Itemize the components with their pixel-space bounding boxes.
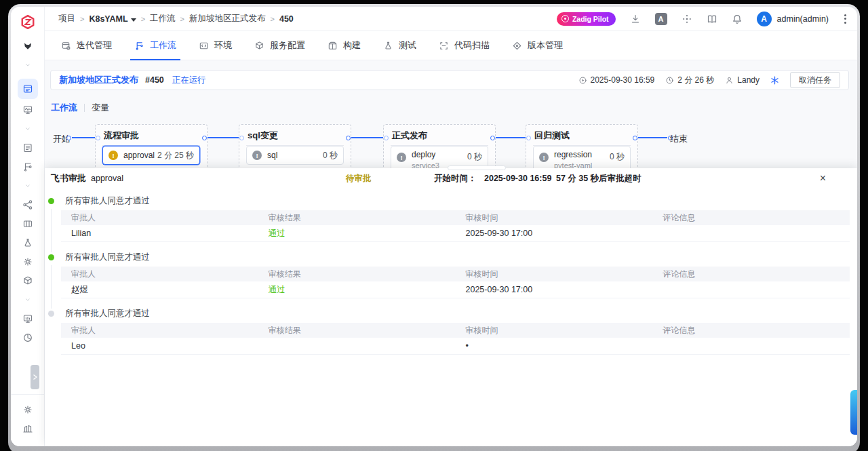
table-row: 赵煜 通过 2025-09-30 17:00: [61, 281, 850, 298]
book-icon[interactable]: [707, 14, 717, 24]
breadcrumb-project[interactable]: 项目: [58, 13, 75, 24]
col-approver: 审批人: [61, 269, 258, 280]
person-icon: [725, 76, 734, 85]
tab-code-scan[interactable]: 代码扫描: [439, 31, 490, 60]
stage-title: 回归测试: [526, 125, 637, 145]
zadig-pilot-button[interactable]: Zadig Pilot: [557, 12, 616, 26]
cell-time: •: [456, 341, 653, 351]
breadcrumb-project-name[interactable]: K8sYAML: [89, 14, 136, 24]
tab-label: 工作流: [150, 39, 176, 52]
bell-icon[interactable]: [732, 14, 743, 24]
clock-icon: [665, 76, 674, 85]
test-icon: [383, 41, 393, 51]
tab-label: 迭代管理: [77, 39, 112, 52]
run-title-link[interactable]: 新加坡地区正式发布: [59, 74, 138, 86]
sidebar-item-edit[interactable]: [22, 142, 33, 153]
project-name-label: K8sYAML: [89, 14, 127, 24]
download-icon[interactable]: [630, 14, 641, 24]
zadig-logo-icon[interactable]: [20, 14, 35, 30]
run-status: 正在运行: [172, 75, 206, 86]
job-card-approval[interactable]: ! approval 2 分 25 秒: [102, 146, 200, 165]
sidebar-item-dashboard[interactable]: [22, 313, 33, 324]
cell-result: 通过: [258, 284, 456, 296]
col-approver: 审批人: [61, 325, 258, 336]
chevron-down-icon[interactable]: [24, 123, 32, 134]
stage-title: 正式发布: [384, 125, 495, 145]
tab-iteration[interactable]: 迭代管理: [61, 31, 112, 60]
col-time: 审核时间: [456, 269, 653, 280]
table-header-row: 审批人 审核结果 审核时间 评论信息: [61, 210, 850, 225]
environment-icon: [199, 41, 209, 51]
view-tab-variables[interactable]: 变量: [92, 102, 109, 114]
tab-version[interactable]: 版本管理: [512, 31, 563, 60]
sidebar-item-server[interactable]: [22, 218, 33, 229]
breadcrumb-workflows[interactable]: 工作流: [150, 13, 176, 24]
table-header-row: 审批人 审核结果 审核时间 评论信息: [61, 267, 850, 281]
warning-status-icon: !: [108, 151, 118, 160]
tab-label: 服务配置: [270, 39, 305, 52]
chevron-down-icon[interactable]: [24, 60, 32, 71]
tab-build[interactable]: 构建: [328, 31, 361, 60]
col-time: 审核时间: [456, 212, 653, 224]
run-duration-value: 2 分 26 秒: [677, 75, 714, 86]
sidebar-item-monitor[interactable]: [22, 104, 33, 115]
sidebar-item-flask[interactable]: [22, 237, 33, 248]
approval-panel-header: 飞书审批 approval 待审批 开始时间： 2025-09-30 16:59…: [45, 168, 857, 189]
workflow-run-content: 新加坡地区正式发布 #450 正在运行 2025-09-30 16:59 2 分…: [45, 60, 857, 446]
graph-end-node: 结束: [670, 133, 688, 145]
header-actions: Zadig Pilot A A admin(admin): [557, 12, 848, 26]
org-building-icon[interactable]: [22, 423, 33, 434]
breadcrumb-run-number[interactable]: 450: [279, 14, 294, 24]
col-approver: 审批人: [61, 212, 258, 224]
sidebar-item-share-nodes[interactable]: [22, 199, 33, 210]
run-executor-value: Landy: [737, 75, 760, 85]
approval-section: 所有审批人同意才通过 审批人 审核结果 审核时间 评论信息 赵煜: [45, 251, 857, 298]
translate-icon[interactable]: A: [655, 13, 667, 25]
sidebar-item-pie-chart[interactable]: [22, 332, 33, 343]
chevron-down-icon[interactable]: [24, 294, 32, 305]
cancel-task-button[interactable]: 取消任务: [790, 72, 840, 88]
stage-title: sql变更: [239, 125, 351, 145]
sidebar-item-cube[interactable]: [22, 275, 33, 286]
tab-test[interactable]: 测试: [383, 31, 416, 60]
stage-sql: sql变更 ! sql 0 秒: [239, 124, 351, 170]
tab-label: 测试: [399, 39, 416, 52]
view-tab-workflow[interactable]: 工作流: [51, 102, 77, 114]
col-result: 审核结果: [258, 212, 456, 224]
tab-workflow[interactable]: 工作流: [134, 31, 176, 60]
tab-service-config[interactable]: 服务配置: [254, 31, 305, 60]
tab-environment[interactable]: 环境: [199, 31, 232, 60]
settings-gear-icon[interactable]: [22, 404, 33, 415]
job-card-sql[interactable]: ! sql 0 秒: [246, 146, 344, 165]
graph-connector: [72, 137, 95, 138]
approval-rule-row: 所有审批人同意才通过: [45, 251, 857, 263]
sidebar-item-build-gear[interactable]: [22, 256, 33, 267]
tab-label: 代码扫描: [454, 39, 490, 52]
run-executor: Landy: [725, 75, 760, 85]
pilot-ai-icon: [561, 15, 569, 22]
close-icon[interactable]: ×: [820, 168, 826, 189]
col-time: 审核时间: [456, 325, 653, 336]
floating-assistant-tab[interactable]: [850, 390, 857, 435]
run-header-card: 新加坡地区正式发布 #450 正在运行 2025-09-30 16:59 2 分…: [50, 70, 849, 90]
sidebar-collapse-handle[interactable]: [31, 365, 39, 389]
job-duration: 2 分 25 秒: [157, 150, 194, 161]
kebab-menu-icon[interactable]: [843, 13, 848, 25]
graph-connector: [496, 137, 526, 138]
user-menu[interactable]: A admin(admin): [757, 12, 829, 26]
graph-connector: [208, 137, 239, 138]
user-name: admin(admin): [777, 14, 829, 24]
cell-time: 2025-09-30 17:00: [456, 285, 653, 294]
graph-connector: [351, 137, 383, 138]
chevron-down-icon[interactable]: [24, 180, 32, 191]
breadcrumb-workflow-name[interactable]: 新加坡地区正式发布: [189, 13, 266, 24]
fox-icon[interactable]: [22, 41, 33, 52]
breadcrumb-separator: >: [141, 15, 145, 23]
build-icon: [328, 41, 338, 51]
sidebar-item-workflow-tree[interactable]: [22, 161, 33, 172]
graph-horizontal-scrollbar[interactable]: [448, 165, 506, 170]
sparkle-icon[interactable]: [682, 14, 692, 24]
approval-rule-text: 所有审批人同意才通过: [65, 308, 150, 319]
sidebar-item-project-board[interactable]: [18, 79, 38, 99]
approval-type-label: 飞书审批: [51, 168, 86, 189]
